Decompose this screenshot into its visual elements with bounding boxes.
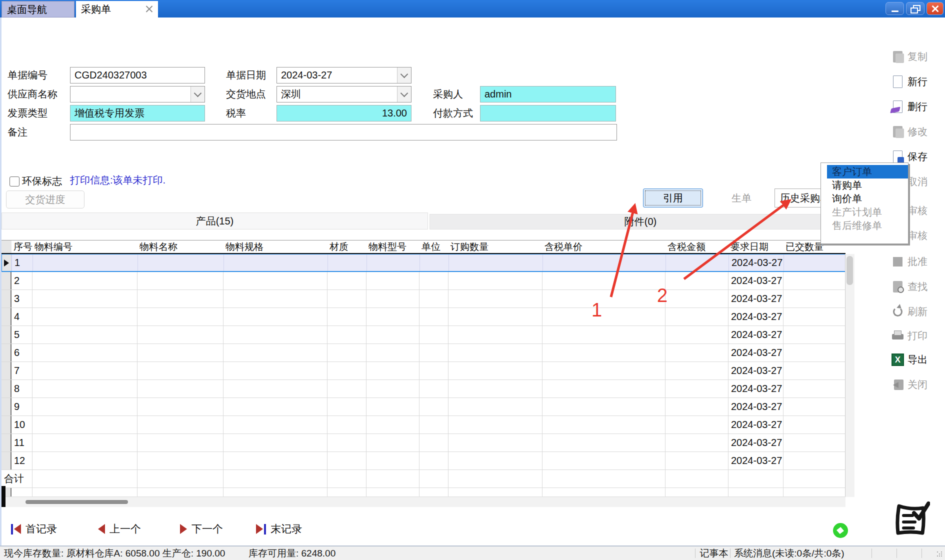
scrollbar-thumb[interactable] [26,500,128,504]
first-record-button[interactable]: 首记录 [11,522,57,536]
table-cell[interactable] [420,254,449,271]
table-cell[interactable] [784,308,846,326]
table-cell[interactable] [666,380,728,398]
table-cell[interactable] [784,362,846,380]
table-cell[interactable] [542,308,666,326]
delivery-progress-button[interactable]: 交货进度 [6,190,84,208]
table-cell[interactable] [328,452,366,470]
table-cell[interactable] [328,416,366,434]
table-cell[interactable] [32,470,138,488]
doc-date-dropdown-button[interactable] [397,68,411,83]
toolbar-new-row-button[interactable]: 新行 [891,74,928,89]
table-cell[interactable] [543,254,666,271]
table-cell[interactable] [138,434,224,452]
column-header[interactable]: 物料名称 [138,240,224,253]
table-cell[interactable]: 5 [12,326,32,344]
table-cell[interactable] [542,416,666,434]
table-cell[interactable] [224,452,328,470]
table-cell[interactable] [224,380,328,398]
notepad-status-button[interactable]: 记事本 [699,546,729,560]
table-cell[interactable] [366,470,420,488]
column-header[interactable]: 单位 [420,240,448,253]
table-cell[interactable]: 2024-03-27 [728,290,784,308]
table-cell[interactable] [367,254,420,271]
table-cell[interactable] [784,344,846,362]
table-cell[interactable] [138,344,224,362]
table-cell[interactable] [666,272,728,290]
table-cell[interactable] [366,488,420,497]
table-row[interactable]: 122024-03-27 [2,452,846,470]
table-cell[interactable] [224,308,328,326]
table-cell[interactable] [420,326,448,344]
table-cell[interactable] [224,416,328,434]
table-cell[interactable] [448,326,542,344]
table-cell[interactable] [448,272,542,290]
table-cell[interactable] [32,290,138,308]
table-cell[interactable] [784,416,846,434]
table-row[interactable]: 82024-03-27 [2,380,846,398]
table-cell[interactable] [784,380,846,398]
table-cell[interactable] [138,380,224,398]
table-cell[interactable] [420,344,448,362]
table-cell[interactable] [328,470,366,488]
table-cell[interactable] [666,470,728,488]
table-cell[interactable] [728,470,784,488]
table-cell[interactable]: 11 [12,434,32,452]
table-cell[interactable] [138,470,224,488]
scrollbar-thumb[interactable] [846,256,853,285]
table-cell[interactable] [138,326,224,344]
table-cell[interactable] [366,308,420,326]
toolbar-delete-row-button[interactable]: 删行 [891,99,928,114]
table-row[interactable]: 22024-03-27 [2,272,846,290]
column-header[interactable]: 物料型号 [366,240,420,253]
next-record-button[interactable]: 下一个 [180,522,223,536]
table-cell[interactable] [448,470,542,488]
table-cell[interactable]: 2 [12,272,32,290]
table-cell[interactable] [366,452,420,470]
table-cell[interactable] [448,308,542,326]
table-cell[interactable] [420,380,448,398]
table-cell[interactable]: 2024-03-27 [728,344,784,362]
table-cell[interactable]: 2024-03-27 [728,326,784,344]
table-cell[interactable] [138,398,224,416]
eco-flag-checkbox[interactable] [10,176,20,186]
table-cell[interactable] [666,452,728,470]
tab-desktop-navigation[interactable]: 桌面导航 [2,1,74,18]
table-cell[interactable]: 3 [12,290,32,308]
table-cell[interactable] [224,254,328,271]
table-cell[interactable] [12,488,32,497]
table-cell[interactable] [666,434,728,452]
table-cell[interactable] [784,290,846,308]
doc-no-field[interactable] [70,67,205,84]
table-cell[interactable]: 2024-03-27 [728,398,784,416]
table-cell[interactable] [366,398,420,416]
table-cell[interactable] [366,434,420,452]
table-cell[interactable] [224,272,328,290]
table-cell[interactable]: 7 [12,362,32,380]
table-cell[interactable] [32,362,138,380]
table-cell[interactable]: 2024-03-27 [728,452,784,470]
table-cell[interactable] [666,488,728,497]
table-cell[interactable] [32,488,138,497]
table-cell[interactable] [328,290,366,308]
table-cell[interactable] [32,380,138,398]
table-cell[interactable] [784,470,846,488]
column-header[interactable]: 要求日期 [728,240,784,253]
tax-rate-field[interactable] [276,105,412,122]
table-horizontal-scrollbar[interactable] [2,496,846,507]
table-cell[interactable] [224,290,328,308]
table-cell[interactable] [32,434,138,452]
table-cell[interactable] [448,416,542,434]
table-cell[interactable] [33,254,138,271]
table-cell[interactable] [542,290,666,308]
purchaser-field[interactable] [480,86,616,102]
table-cell[interactable] [224,362,328,380]
table-cell[interactable]: 合计 [2,470,32,488]
table-cell[interactable] [420,290,448,308]
table-cell[interactable] [784,254,846,271]
table-cell[interactable] [420,434,448,452]
table-cell[interactable] [542,362,666,380]
table-cell[interactable] [728,488,784,497]
column-header[interactable]: 物料规格 [224,240,328,253]
context-menu-item-2[interactable]: 询价单 [821,192,908,206]
